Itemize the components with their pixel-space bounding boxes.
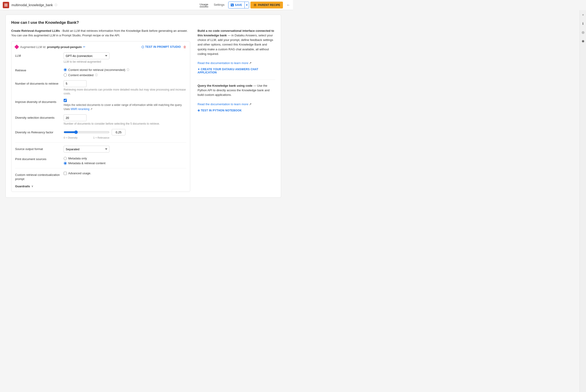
edit-llm-icon[interactable]: ✏ <box>83 45 85 48</box>
custom-retrieval-checkbox-item[interactable]: Advanced usage. <box>64 172 186 175</box>
print-doc-radio-1[interactable] <box>64 157 67 160</box>
right-column: Build a no code conversational interface… <box>198 28 275 192</box>
create-answers-link[interactable]: ✦ CREATE YOUR DATAIKU ANSWERS CHAT APPLI… <box>198 68 275 74</box>
diamond-icon <box>15 44 19 49</box>
print-doc-sources-control: Metadata only Metadata & retrieval conte… <box>64 156 186 165</box>
right-section-2-learn-more[interactable]: Read the documentation to learn more <box>198 102 248 106</box>
llm-row: LLM GPT-4o (connection: LLM to be retrie… <box>15 52 186 64</box>
header-actions: SAVE ▾ ⚙ PARENT RECIPE ← <box>228 2 290 8</box>
intro-paragraph: Create Retrieval-Augmented LLMs - Build … <box>11 28 190 38</box>
content-card: How can I use the Knowledge Bank? Create… <box>6 15 281 198</box>
augmented-llm-label: Augmented LLM Id: <box>20 45 46 49</box>
right-section-1-learn-more[interactable]: Read the documentation to learn more <box>198 61 248 65</box>
retrieve-info-icon-2: ⓘ <box>95 73 98 77</box>
app-logo <box>3 2 9 8</box>
parent-recipe-button[interactable]: ⚙ PARENT RECIPE <box>250 2 283 8</box>
svg-rect-2 <box>5 5 6 6</box>
retrieve-option-2[interactable]: Content embedded ⓘ <box>64 73 186 77</box>
retrieve-radio-1[interactable] <box>64 68 67 71</box>
source-output-row: Source output format Separated Combined … <box>15 146 186 152</box>
custom-retrieval-label: Custom retrieval contextualization promp… <box>15 172 61 181</box>
svg-rect-3 <box>6 5 7 6</box>
right-section-code: Query the Knowledge bank using code — Us… <box>198 84 275 112</box>
slider-container: 0 = Diversity 1 = Relevance <box>64 129 186 139</box>
augmented-llm-id: promptly-proud-penguin <box>47 45 82 49</box>
diversity-selection-input[interactable] <box>64 114 87 121</box>
improve-diversity-row: Improve diversity of documents Helps the… <box>15 98 186 111</box>
back-button[interactable]: ← <box>286 3 290 7</box>
header-nav: Usage Settings <box>200 3 224 7</box>
header: multimodal_knowledge_bank ☐ Usage Settin… <box>0 0 293 10</box>
diversity-selection-hint: Number of documents to consider before s… <box>64 122 186 126</box>
right-section-2-body: Query the Knowledge bank using code — Us… <box>198 84 275 106</box>
num-docs-label: Number of documents to retrieve <box>15 80 61 86</box>
slider-min-label: 0 = Diversity <box>64 136 78 139</box>
slider-row <box>64 129 186 136</box>
save-icon <box>231 4 234 6</box>
source-output-select[interactable]: Separated Combined None <box>64 146 109 152</box>
print-doc-option-2[interactable]: Metadata & retrieval content <box>64 162 186 165</box>
retrieve-row: Retrieve Content stored for retrieval (r… <box>15 67 186 77</box>
improve-diversity-checkbox[interactable] <box>64 99 67 102</box>
test-python-notebook-link[interactable]: ⊕ TEST IN PYTHON NOTEBOOK <box>198 109 275 112</box>
print-doc-sources-row: Print document sources Metadata only Met… <box>15 156 186 165</box>
llm-header: Augmented LLM Id: promptly-proud-penguin… <box>15 45 186 49</box>
left-column: Create Retrieval-Augmented LLMs - Build … <box>11 28 190 192</box>
mmr-reranking-link[interactable]: MMR reranking <box>71 108 90 111</box>
retrieve-radio-group: Content stored for retrieval (recommende… <box>64 67 186 77</box>
right-panel-divider <box>198 80 275 80</box>
improve-diversity-description: Helps the selected documents to cover a … <box>64 103 186 111</box>
source-output-control: Separated Combined None <box>64 146 186 152</box>
print-doc-option-1-label: Metadata only <box>68 157 87 160</box>
test-studio-icon: ⬡ <box>141 45 144 49</box>
retrieve-option-2-label: Content embedded <box>68 74 94 77</box>
nav-usage[interactable]: Usage <box>200 3 208 7</box>
right-section-1-body: Build a no code conversational interface… <box>198 28 275 66</box>
diversity-selection-row: Diversity selection documents Number of … <box>15 114 186 126</box>
intro-bold: Create Retrieval-Augmented LLMs <box>11 29 60 32</box>
svg-rect-0 <box>5 4 6 5</box>
num-docs-input[interactable] <box>64 80 87 87</box>
diversity-relevancy-row: Diversity vs Relevancy factor 0 = Divers… <box>15 129 186 139</box>
delete-llm-icon[interactable]: 🗑 <box>183 45 186 49</box>
print-doc-option-1[interactable]: Metadata only <box>64 157 186 160</box>
project-title: multimodal_knowledge_bank <box>12 3 53 7</box>
svg-rect-1 <box>6 4 7 5</box>
guardrails-row[interactable]: Guardrails ∨ <box>15 184 186 188</box>
save-dropdown-arrow[interactable]: ▾ <box>245 2 249 8</box>
llm-hint: LLM to be retrieval-augmented <box>64 60 186 64</box>
improve-diversity-control: Helps the selected documents to cover a … <box>64 98 186 111</box>
page-title: How can I use the Knowledge Bank? <box>11 20 275 25</box>
two-column-layout: Create Retrieval-Augmented LLMs - Build … <box>11 28 275 192</box>
custom-retrieval-control: Advanced usage. <box>64 172 186 175</box>
edit-title-icon[interactable]: ☐ <box>55 4 57 7</box>
diversity-value-input[interactable] <box>112 129 125 136</box>
llm-field-label: LLM <box>15 52 61 58</box>
save-button[interactable]: SAVE ▾ <box>228 2 249 8</box>
section-separator-2 <box>15 168 186 168</box>
retrieve-option-1-label: Content stored for retrieval (recommende… <box>68 68 125 72</box>
llm-select[interactable]: GPT-4o (connection: <box>64 52 109 59</box>
source-output-label: Source output format <box>15 146 61 151</box>
print-doc-sources-label: Print document sources <box>15 156 61 161</box>
diversity-selection-label: Diversity selection documents <box>15 114 61 120</box>
retrieve-option-1[interactable]: Content stored for retrieval (recommende… <box>64 68 186 72</box>
test-in-prompt-studio-button[interactable]: ⬡ TEST IN PROMPT STUDIO <box>141 45 181 49</box>
nav-settings[interactable]: Settings <box>214 3 224 7</box>
diversity-relevancy-control: 0 = Diversity 1 = Relevance <box>64 129 186 139</box>
llm-config-box: Augmented LLM Id: promptly-proud-penguin… <box>11 41 190 192</box>
print-doc-radio-2[interactable] <box>64 162 67 165</box>
improve-diversity-checkbox-item <box>64 98 186 102</box>
llm-control-area: GPT-4o (connection: LLM to be retrieval-… <box>64 52 186 64</box>
print-doc-option-2-label: Metadata & retrieval content <box>68 162 106 165</box>
guardrails-label: Guardrails <box>15 184 30 188</box>
right-section-answers: Build a no code conversational interface… <box>198 28 275 74</box>
right-section-2-title-bold: Query the Knowledge bank using code <box>198 84 252 87</box>
diversity-slider[interactable] <box>64 130 109 134</box>
retrieve-radio-2[interactable] <box>64 74 67 76</box>
slider-labels: 0 = Diversity 1 = Relevance <box>64 136 109 139</box>
retrieve-label: Retrieve <box>15 67 61 72</box>
section-separator <box>15 142 186 142</box>
custom-retrieval-checkbox[interactable] <box>64 172 67 175</box>
num-docs-control: Retrieving more documents can provide mo… <box>64 80 186 96</box>
